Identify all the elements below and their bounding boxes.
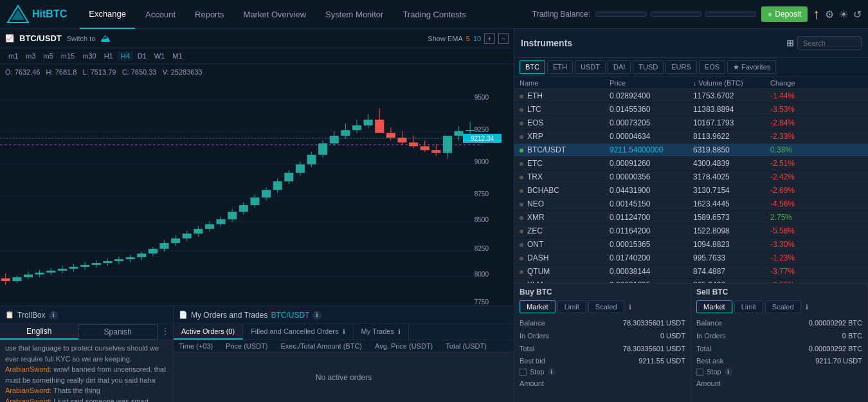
tf-M1[interactable]: M1 (169, 51, 185, 60)
tf-m3[interactable]: m3 (23, 51, 39, 60)
orders-title: My Orders and Trades (191, 311, 267, 320)
nav-exchange[interactable]: Exchange (80, 0, 135, 29)
table-row[interactable]: XLM 0.00001325 865.2400 -3.58% (514, 279, 868, 283)
instruments-columns: Name Price ↓ Volume (BTC) Change (514, 77, 868, 89)
filter-eth[interactable]: ETH (547, 60, 573, 74)
sell-stop-label: Stop (707, 368, 721, 376)
orders-tab-trades[interactable]: My Trades ℹ (354, 324, 409, 340)
orders-tab-active[interactable]: Active Orders (0) (174, 324, 243, 340)
msg-text: use that language to protect ourselves s… (5, 344, 159, 363)
ema-10-label[interactable]: 10 (473, 35, 481, 42)
svg-rect-64 (250, 197, 259, 205)
inst-col-name: Name (520, 79, 610, 87)
inst-name: BTC/USDT (520, 145, 610, 154)
inst-volume: 995.7633 (693, 253, 770, 262)
svg-rect-86 (375, 120, 384, 133)
logo[interactable]: HitBTC (6, 5, 67, 24)
theme-icon[interactable]: ☀ (839, 8, 848, 21)
table-row[interactable]: XMR 0.01124700 1589.6573 2.75% (514, 211, 868, 224)
filter-favorites[interactable]: ★ Favorites (727, 60, 776, 74)
bottom-area: 📋 TrollBox ℹ English Spanish ⋮ use that … (0, 306, 514, 402)
tf-m30[interactable]: m30 (79, 51, 99, 60)
inst-change: -3.53% (770, 105, 822, 114)
buy-inorders-label: In Orders (520, 330, 549, 343)
chart-header: 📈 BTC/USDT Switch to ⛰ Show EMA 5 10 + − (0, 29, 514, 48)
sell-total-value: 0.00000292 BTC (809, 343, 862, 356)
table-row[interactable]: QTUM 0.00038144 874.4887 -3.77% (514, 265, 868, 279)
svg-rect-34 (80, 264, 89, 266)
filter-btc[interactable]: BTC (520, 60, 545, 74)
buy-tab-market[interactable]: Market (520, 300, 556, 313)
filter-eos[interactable]: EOS (699, 60, 725, 74)
switch-icon[interactable]: ⛰ (100, 33, 111, 44)
buy-tab-limit[interactable]: Limit (557, 300, 586, 313)
filter-dai[interactable]: DAI (608, 60, 631, 74)
filter-eurs[interactable]: EURS (665, 60, 697, 74)
buy-tab-scaled[interactable]: Scaled (588, 300, 624, 313)
buy-stop-checkbox[interactable] (520, 369, 527, 376)
svg-rect-46 (149, 248, 158, 253)
tf-m5[interactable]: m5 (41, 51, 57, 60)
list-item: use that language to protect ourselves s… (5, 343, 168, 364)
svg-rect-132 (330, 306, 339, 306)
table-row[interactable]: ETC 0.00091260 4300.4839 -2.51% (514, 157, 868, 170)
nav-reports[interactable]: Reports (186, 0, 233, 29)
tf-H1[interactable]: H1 (101, 51, 116, 60)
ema-5-label[interactable]: 5 (466, 35, 470, 42)
table-row[interactable]: NEO 0.00145150 1623.4445 -4.56% (514, 197, 868, 211)
svg-rect-40 (114, 259, 123, 261)
tf-m15[interactable]: m15 (58, 51, 78, 60)
table-row[interactable]: XRP 0.00004634 8113.9622 -2.33% (514, 130, 868, 143)
col-time: Time (+03) (179, 342, 213, 350)
table-row[interactable]: ONT 0.00015365 1094.8823 -3.30% (514, 238, 868, 251)
tf-m1[interactable]: m1 (5, 51, 21, 60)
sell-inorders-row: In Orders 0 BTC (696, 330, 862, 343)
inst-volume: 1522.8098 (693, 226, 770, 235)
sell-inorders-label: In Orders (696, 330, 726, 343)
deposit-button[interactable]: ● Deposit (761, 6, 808, 22)
tf-D1[interactable]: D1 (134, 51, 150, 60)
grid-view-icon[interactable]: ⊞ (786, 38, 794, 48)
table-row[interactable]: BTC/USDT 9211.54000000 6319.8850 0.38% (514, 143, 868, 157)
filter-usdt[interactable]: USDT (575, 60, 606, 74)
trollbox-messages: use that language to protect ourselves s… (0, 340, 173, 402)
trollbox-tab-english[interactable]: English (0, 324, 78, 340)
sell-tab-scaled[interactable]: Scaled (765, 300, 801, 313)
trollbox-tab-spanish[interactable]: Spanish (78, 324, 158, 340)
sell-tab-limit[interactable]: Limit (734, 300, 763, 313)
buy-stop-row: Stop ℹ (520, 368, 685, 376)
collapse-icon[interactable]: − (498, 33, 509, 44)
instruments-search[interactable] (797, 36, 862, 50)
table-row[interactable]: EOS 0.00073205 10167.1793 -2.84% (514, 116, 868, 130)
svg-text:8000: 8000 (475, 271, 489, 278)
buy-panel-title: Buy BTC (520, 288, 685, 297)
table-row[interactable]: ZEC 0.01164200 1522.8098 -5.58% (514, 224, 868, 238)
nav-trading-contests[interactable]: Trading Contests (393, 0, 475, 29)
filter-tusd[interactable]: TUSD (633, 60, 664, 74)
nav-system-monitor[interactable]: System Monitor (316, 0, 392, 29)
table-row[interactable]: BCHABC 0.04431900 3130.7154 -2.69% (514, 184, 868, 197)
balance-box-3 (705, 12, 756, 17)
inst-price: 0.00145150 (610, 199, 693, 208)
table-row[interactable]: ETH 0.02892400 11753.6702 -1.44% (514, 89, 868, 103)
svg-text:9000: 9000 (475, 158, 489, 165)
tf-H4[interactable]: H4 (118, 51, 133, 60)
inst-change: -2.42% (770, 172, 822, 181)
tf-W1[interactable]: W1 (151, 51, 168, 60)
refresh-icon[interactable]: ↺ (853, 8, 862, 21)
inst-change: -4.56% (770, 199, 822, 208)
expand-icon[interactable]: + (484, 33, 494, 44)
orders-tab-filled[interactable]: Filled and Cancelled Orders ℹ (243, 324, 353, 340)
svg-rect-44 (137, 253, 146, 257)
nav-market-overview[interactable]: Market Overview (235, 0, 316, 29)
trollbox-more-button[interactable]: ⋮ (158, 324, 173, 340)
logo-text: HitBTC (32, 8, 67, 20)
table-row[interactable]: DASH 0.01740200 995.7633 -1.23% (514, 251, 868, 265)
sell-stop-checkbox[interactable] (696, 369, 703, 376)
sell-tab-market[interactable]: Market (696, 300, 732, 313)
svg-rect-32 (69, 266, 78, 268)
settings-icon[interactable]: ⚙ (825, 8, 834, 21)
table-row[interactable]: TRX 0.00000356 3178.4025 -2.42% (514, 170, 868, 184)
table-row[interactable]: LTC 0.01455360 11383.8894 -3.53% (514, 103, 868, 116)
nav-account[interactable]: Account (136, 0, 185, 29)
